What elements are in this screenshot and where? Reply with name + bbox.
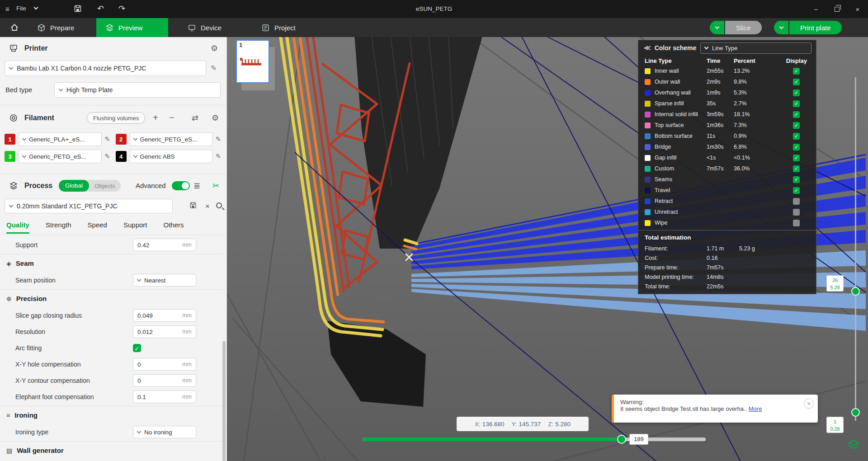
- tab-device[interactable]: Device: [179, 18, 231, 37]
- save-preset-icon[interactable]: [189, 201, 197, 212]
- line-type-percent: 13.2%: [734, 68, 761, 74]
- move-slider-handle[interactable]: [617, 435, 626, 444]
- line-type-label: Inner wall: [655, 68, 707, 74]
- project-icon: [261, 24, 270, 32]
- plate-thumbnail[interactable]: 1: [236, 40, 269, 83]
- setting-label: Elephant foot compensation: [15, 393, 94, 400]
- scope-global-button[interactable]: Global: [59, 180, 89, 192]
- filament-name: Generic ABS: [140, 153, 175, 160]
- print-plate-button[interactable]: Print plate: [789, 21, 842, 34]
- tab-project[interactable]: Project: [252, 18, 305, 37]
- edit-printer-icon[interactable]: ✎: [211, 64, 217, 72]
- edit-filament-icon[interactable]: ✎: [215, 152, 221, 160]
- coordinates-readout: X:136.680 Y:145.737 Z:5.280: [457, 417, 589, 431]
- filament-select[interactable]: Generic_PETG_eS...: [19, 150, 102, 163]
- chevron-down-icon: [133, 136, 137, 141]
- line-type-color-swatch: [645, 68, 651, 74]
- display-checkbox[interactable]: [793, 133, 800, 140]
- filament-select[interactable]: Generic_PETG_eS...: [130, 132, 213, 146]
- display-checkbox[interactable]: [793, 122, 800, 129]
- setting-label: X-Y contour compensation: [15, 377, 90, 384]
- scissors-icon[interactable]: ✂: [212, 180, 219, 192]
- warning-more-link[interactable]: More: [749, 405, 762, 412]
- printer-preset-select[interactable]: Bambu Lab X1 Carbon 0.4 nozzle PETG_PJC: [5, 61, 206, 76]
- process-tab[interactable]: Strength: [46, 220, 71, 234]
- display-checkbox[interactable]: [793, 165, 800, 172]
- close-button[interactable]: ×: [847, 0, 868, 18]
- display-checkbox[interactable]: [793, 209, 800, 216]
- setting-select[interactable]: No ironing: [133, 426, 196, 438]
- remove-filament-icon[interactable]: −: [169, 112, 175, 123]
- display-checkbox[interactable]: [793, 220, 800, 226]
- move-slider-track[interactable]: [363, 437, 706, 441]
- print-options-dropdown[interactable]: [774, 21, 788, 34]
- warning-text: It seems object Bridge Test.stl has larg…: [620, 405, 811, 412]
- tab-prepare-label: Prepare: [50, 24, 74, 32]
- setting-input[interactable]: 0mm: [133, 374, 196, 387]
- process-tab[interactable]: Quality: [6, 220, 29, 234]
- layer-slider-bottom-handle[interactable]: [851, 408, 860, 417]
- bed-type-select[interactable]: High Temp Plate: [54, 82, 221, 98]
- add-filament-icon[interactable]: +: [153, 112, 158, 123]
- filament-list: 1 Generic_PLA+_eS... ✎ 2 Generic_PETG_eS…: [5, 132, 221, 164]
- line-type-percent: 18.1%: [734, 111, 761, 118]
- display-checkbox[interactable]: [793, 100, 800, 107]
- sidebar-scrollbar[interactable]: [222, 341, 226, 461]
- display-checkbox[interactable]: [793, 144, 800, 151]
- layers-mode-button[interactable]: [847, 438, 860, 451]
- display-checkbox[interactable]: [793, 187, 800, 194]
- parameter-list-icon[interactable]: ≣: [193, 180, 200, 192]
- process-icon: [9, 181, 18, 190]
- setting-input[interactable]: 0.42mm: [133, 239, 196, 251]
- slice-button[interactable]: Slice: [725, 21, 762, 34]
- setting-input[interactable]: 0.049mm: [133, 309, 196, 322]
- edit-filament-icon[interactable]: ✎: [104, 152, 110, 160]
- setting-input[interactable]: 0.1mm: [133, 390, 196, 403]
- display-checkbox[interactable]: [793, 68, 800, 75]
- edit-filament-icon[interactable]: ✎: [215, 135, 221, 143]
- display-checkbox[interactable]: [793, 89, 800, 96]
- display-checkbox[interactable]: [793, 79, 800, 85]
- flushing-volumes-button[interactable]: Flushing volumes: [87, 112, 145, 124]
- process-preset-select[interactable]: 0.20mm Standard X1C_PETG_PJC: [5, 199, 173, 213]
- printer-settings-gear-icon[interactable]: ⚙: [211, 42, 218, 54]
- display-checkbox[interactable]: [793, 155, 800, 161]
- line-type-label: Retract: [655, 198, 707, 204]
- view-type-select[interactable]: Line Type: [700, 42, 811, 54]
- home-button[interactable]: [5, 22, 24, 33]
- display-checkbox[interactable]: [793, 111, 800, 118]
- delete-preset-icon[interactable]: ×: [205, 201, 210, 212]
- scope-objects-button[interactable]: Objects: [89, 183, 121, 189]
- process-tab[interactable]: Support: [123, 220, 147, 234]
- setting-checkbox[interactable]: [133, 344, 141, 352]
- advanced-toggle[interactable]: [172, 181, 190, 190]
- display-checkbox[interactable]: [793, 198, 800, 205]
- edit-filament-icon[interactable]: ✎: [104, 135, 110, 143]
- setting-label: Wall generator: [17, 447, 64, 454]
- process-tab[interactable]: Others: [164, 220, 184, 234]
- minimize-button[interactable]: −: [806, 0, 826, 18]
- printer-icon: [9, 44, 18, 53]
- setting-input[interactable]: 0mm: [133, 358, 196, 371]
- slice-options-dropdown[interactable]: [710, 21, 724, 34]
- collapse-panel-icon[interactable]: ≪: [644, 44, 651, 52]
- filament-select[interactable]: Generic ABS: [130, 150, 213, 163]
- setting-select[interactable]: Nearest: [133, 274, 196, 287]
- bed-type-value: High Temp Plate: [66, 86, 113, 94]
- filament-settings-gear-icon[interactable]: ⚙: [212, 112, 219, 124]
- search-icon[interactable]: [216, 202, 222, 208]
- display-checkbox[interactable]: [793, 176, 800, 183]
- layer-slider-track[interactable]: [855, 77, 856, 421]
- restore-button[interactable]: [826, 0, 847, 18]
- filament-select[interactable]: Generic_PLA+_eS...: [19, 132, 102, 146]
- total-estimation-rows: Filament: 1.71 m 5.23 g Cost: 0.16 Prepa…: [638, 244, 816, 291]
- ams-sync-icon[interactable]: ⇄: [192, 112, 198, 124]
- tab-preview[interactable]: Preview: [96, 18, 168, 37]
- setting-input[interactable]: 0.012mm: [133, 325, 196, 338]
- tab-prepare[interactable]: Prepare: [28, 18, 83, 37]
- filament-section-title: Filament: [24, 114, 54, 122]
- process-tab[interactable]: Speed: [88, 220, 107, 234]
- warning-close-icon[interactable]: ×: [804, 399, 814, 409]
- col-display: Display: [786, 57, 807, 64]
- layer-slider-top-handle[interactable]: [851, 287, 860, 296]
